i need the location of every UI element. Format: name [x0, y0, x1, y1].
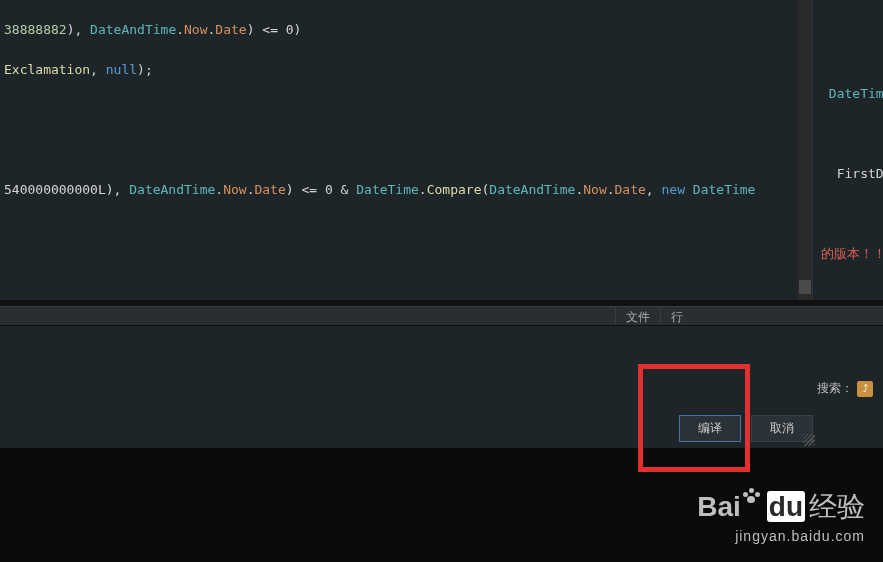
side-line: FirstDay [821, 164, 883, 184]
side-line: 的版本！！ [821, 244, 883, 264]
column-file[interactable]: 文件 [615, 307, 660, 325]
code-line: 38888882), DateAndTime.Now.Date) <= 0) [4, 20, 808, 40]
watermark: Baidu经验 jingyan.baidu.com [697, 488, 865, 544]
results-table-header: 文件 行 [0, 306, 883, 326]
compile-button[interactable]: 编译 [679, 415, 741, 442]
resize-grip-icon[interactable] [803, 434, 815, 446]
column-line[interactable]: 行 [660, 307, 693, 325]
watermark-brand2: du [767, 491, 805, 522]
vertical-scrollbar[interactable] [798, 0, 812, 300]
watermark-url: jingyan.baidu.com [697, 528, 865, 544]
side-code-panel: DateTime FirstDay 的版本！！ [812, 0, 883, 300]
search-label: 搜索： [817, 380, 853, 397]
results-table-body [0, 326, 883, 408]
paw-icon [743, 488, 765, 506]
button-bar: 编译 取消 [0, 408, 883, 448]
code-line: Exclamation, null); [4, 60, 808, 80]
watermark-brand: Bai [697, 491, 741, 522]
code-content: 38888882), DateAndTime.Now.Date) <= 0) E… [0, 0, 812, 300]
code-line: 540000000000L), DateAndTime.Now.Date) <=… [4, 180, 808, 200]
watermark-brand3: 经验 [809, 491, 865, 522]
side-line: DateTime [821, 84, 883, 104]
code-editor[interactable]: 38888882), DateAndTime.Now.Date) <= 0) E… [0, 0, 812, 300]
search-bar: 搜索： ⤴ [817, 380, 883, 397]
search-icon[interactable]: ⤴ [857, 381, 873, 397]
scrollbar-thumb[interactable] [799, 280, 811, 294]
